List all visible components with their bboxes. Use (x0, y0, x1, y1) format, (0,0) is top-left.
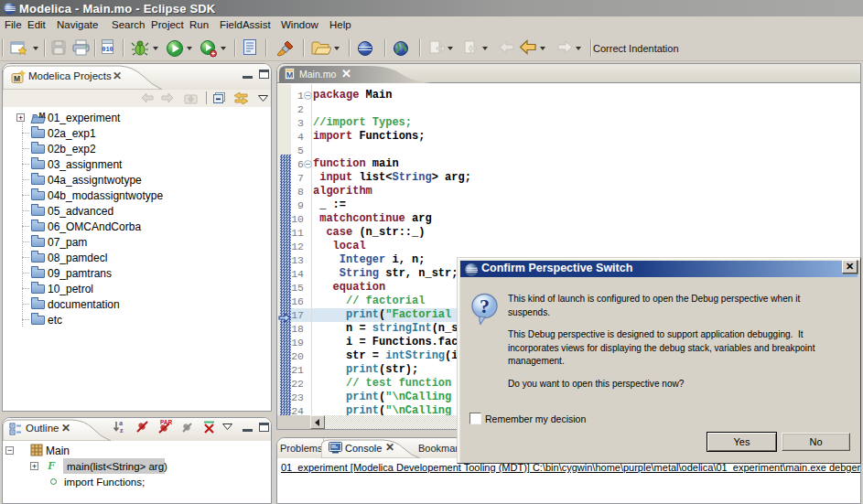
svg-text:M: M (286, 70, 294, 80)
svg-text:?: ? (480, 295, 490, 317)
svg-text:z: z (120, 426, 124, 434)
svg-text:M: M (39, 112, 46, 120)
svg-text:010: 010 (102, 46, 113, 53)
svg-text:M: M (14, 74, 20, 83)
svg-text:PAR: PAR (160, 419, 173, 425)
